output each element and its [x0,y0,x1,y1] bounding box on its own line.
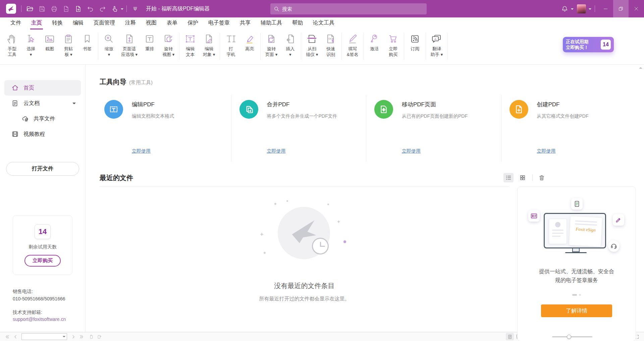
user-avatar[interactable] [577,4,586,13]
undo-button[interactable] [84,0,96,17]
add-page-button[interactable] [72,0,84,17]
menu-edit[interactable]: 编辑 [72,17,85,30]
sidebar-item-shared-files[interactable]: 共享文件 [0,111,85,126]
search-bar[interactable] [270,3,427,14]
menu-home[interactable]: 主页 [30,17,43,30]
minimize-button[interactable] [598,0,613,17]
zoom-button[interactable]: 缩放▾ [100,32,118,58]
bookmark-button[interactable]: 书签 [78,32,97,58]
fit-page-button[interactable]: 页面适应选项 ▾ [118,32,140,58]
grid-view-button[interactable] [518,173,528,182]
menu-convert[interactable]: 转换 [51,17,64,30]
notifications-dropdown-icon[interactable] [571,8,574,11]
select-tool-button[interactable]: 选择▾ [21,32,40,58]
snapshot-button[interactable]: 截图 [40,32,59,58]
trial-period-badge[interactable]: 正在试用期 立即购买！ 14 [563,37,614,52]
use-now-link[interactable]: 立即使用 [132,148,225,154]
insert-page-button[interactable]: 插入▾ [281,32,300,58]
menu-share[interactable]: 共享 [239,17,252,30]
empty-state-title: 没有最近的文件条目 [274,281,335,290]
highlight-button[interactable]: 高亮 [240,32,259,58]
rotate-page-button[interactable]: 旋转页面 ▾ [262,32,281,58]
dot-decor [343,240,346,243]
chevron-down-icon[interactable] [63,336,65,339]
page-number-input[interactable] [23,334,63,339]
previous-page-button[interactable] [11,333,19,340]
page-number-combobox[interactable] [21,333,67,340]
buy-now-pill-button[interactable]: 立即购买 [24,255,61,267]
home-icon [11,84,19,92]
menu-file[interactable]: 文件 [9,17,22,30]
previous-view-button[interactable] [87,333,95,340]
use-now-link[interactable]: 立即使用 [537,148,630,154]
edit-text-button[interactable]: 编辑文本 [181,32,200,58]
empty-state-illustration: + + [261,198,348,276]
scrollbar-up-arrow[interactable] [639,65,642,69]
card-edit-pdf[interactable]: 编辑PDF 编辑文档和文本格式 立即使用 [100,95,231,162]
zoom-slider-thumb[interactable] [567,335,571,339]
carousel-dots[interactable] [518,294,636,296]
notifications-bell-icon[interactable] [558,0,571,17]
typewriter-button[interactable]: 打字机 [221,32,240,58]
rss-icon [408,32,422,46]
collapse-ribbon-button[interactable] [129,0,141,17]
support-email-link[interactable]: support@foxitsoftware.cn [13,316,82,323]
list-view-button[interactable] [503,173,514,182]
account-dropdown-icon[interactable] [589,8,591,11]
sidebar-item-video-tutorials[interactable]: 视频教程 [0,126,85,142]
print-button[interactable] [48,0,60,17]
key-icon [368,32,381,46]
menu-form[interactable]: 表单 [166,17,178,30]
menu-view[interactable]: 视图 [145,17,158,30]
rotate-view-button[interactable]: 旋转视图 ▾ [159,32,178,58]
save-button[interactable] [36,0,48,17]
menu-comment[interactable]: 注释 [124,17,137,30]
hand-tool-button[interactable]: 手型工具 [3,32,21,58]
ribbon-label: 旋转 [267,46,276,52]
first-page-button[interactable] [3,333,11,340]
menu-protect[interactable]: 保护 [186,17,199,30]
menu-esign[interactable]: 电子签章 [207,17,231,30]
menu-paper-tools[interactable]: 论文工具 [312,17,335,30]
learn-more-button[interactable]: 了解详情 [541,304,612,317]
chevron-down-icon[interactable] [72,103,76,106]
clear-recent-trash-button[interactable] [537,173,547,182]
recent-files-area: + + 没有最近的文件条目 所有最近打开过的文件都会显示在这里。 [100,186,636,341]
redo-button[interactable] [96,0,108,17]
from-scanner-button[interactable]: 从扫描仪 ▾ [303,32,321,58]
card-merge-pdf[interactable]: 合并PDF 将多个文件合并生成一个PDF文件 立即使用 [231,95,366,162]
touch-mode-dropdown-icon[interactable] [121,8,123,11]
use-now-link[interactable]: 立即使用 [267,148,360,154]
esign-illustration: Foxit eSign [526,193,627,259]
close-button[interactable] [629,0,644,17]
next-page-button[interactable] [69,333,77,340]
touch-mode-button[interactable] [108,0,120,17]
card-create-pdf[interactable]: 创建PDF 从其它格式文件创建PDF 立即使用 [501,95,636,162]
menu-accessibility[interactable]: 辅助工具 [260,17,283,30]
cloud-share-icon [21,115,29,122]
sidebar-item-cloud-docs[interactable]: 云文档 [0,96,85,111]
zoom-icon [102,32,116,46]
card-move-pdf-pages[interactable]: 移动PDF页面 从已有的PDF页面创建新的PDF 立即使用 [366,95,501,162]
activate-button[interactable]: 激活 [365,32,384,58]
subscribe-button[interactable]: 订阅 [406,32,424,58]
open-file-main-button[interactable]: 打开文件 [6,162,79,176]
quick-ocr-button[interactable]: OCR 快速识别 [321,32,340,58]
translate-assistant-button[interactable]: A 翻译助手 ▾ [427,32,446,58]
delete-page-button[interactable] [60,0,72,17]
open-file-button[interactable] [24,0,36,17]
fill-sign-button[interactable]: 填写&签名 [343,32,362,58]
menu-page-organize[interactable]: 页面管理 [93,17,116,30]
search-input[interactable] [282,6,423,12]
buy-now-button[interactable]: 立即购买 [384,32,402,58]
ribbon-separator [220,33,220,60]
menu-help[interactable]: 帮助 [291,17,304,30]
restore-window-button[interactable] [613,0,629,17]
last-page-button[interactable] [77,333,85,340]
sidebar-item-home[interactable]: 首页 [4,80,81,96]
reflow-button[interactable]: 重排 [140,32,159,58]
zoom-slider[interactable] [552,336,592,337]
use-now-link[interactable]: 立即使用 [402,148,495,154]
edit-object-button[interactable]: 编辑对象 ▾ [200,32,218,58]
clipboard-button[interactable]: 剪贴板 ▾ [59,32,78,58]
